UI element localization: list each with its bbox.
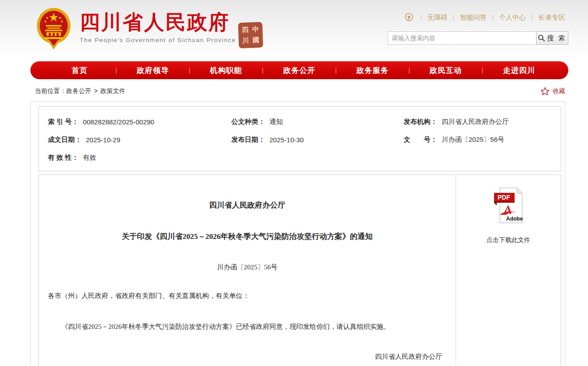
quick-links: | 无障碍 | 智能问答 | 个人中心 | 长者专区 (404, 13, 565, 22)
document-body-panel: 四川省人民政府办公厅 关于印发《四川省2025－2026年秋冬季大气污染防治攻坚… (38, 174, 561, 366)
seal-char: 四 (240, 24, 251, 35)
meta-index-number: 索 引 号： 008282882/2025-00290 (39, 113, 222, 131)
document-number-line: 川办函〔2025〕56号 (48, 263, 447, 272)
adobe-brand-text: Adobe (506, 216, 523, 222)
download-panel: PDF Adobe 点击下载此文件 (456, 175, 561, 366)
breadcrumb-link-disclosure[interactable]: 政务公开 (66, 87, 91, 94)
document-org-line: 四川省人民政府办公厅 (48, 200, 447, 210)
nav-about-sichuan[interactable]: 走进四川 (483, 65, 555, 76)
seal-char: 中 (250, 24, 261, 35)
favorite-button[interactable]: 收藏 (540, 86, 565, 96)
meta-publish-date: 发布日期： 2025-10-30 (222, 131, 395, 149)
meta-written-date: 成文日期： 2025-10-29 (39, 131, 222, 149)
breadcrumb-link-policy-files[interactable]: 政策文件 (100, 87, 125, 94)
meta-document-number: 文 号： 川办函〔2025〕56号 (395, 131, 561, 149)
link-personal-center[interactable]: 个人中心 (499, 13, 526, 22)
seal-char: 川 (240, 35, 251, 47)
meta-issuing-agency: 发布机构： 四川省人民政府办公厅 (395, 113, 561, 131)
nav-government-affairs-disclosure[interactable]: 政务公开 (264, 65, 335, 76)
meta-validity: 有 效 性： 有效 (39, 149, 222, 166)
site-subtitle: The People's Government of Sichuan Provi… (80, 37, 236, 43)
svg-text:PDF: PDF (498, 194, 510, 201)
meta-document-type: 公文种类： 通知 (222, 113, 395, 131)
search-button[interactable]: 搜 索 (536, 31, 568, 45)
site-title: 四川省人民政府 (80, 12, 236, 34)
search-icon (538, 34, 545, 42)
document-text: 四川省人民政府办公厅 关于印发《四川省2025－2026年秋冬季大气污染防治攻坚… (39, 175, 456, 366)
breadcrumb-label: 当前位置： (35, 87, 66, 94)
content-wrapper: 索 引 号： 008282882/2025-00290 公文种类： 通知 发布机… (30, 102, 565, 366)
breadcrumb-row: 当前位置：政务公开>政策文件 收藏 (35, 86, 565, 96)
document-metadata: 索 引 号： 008282882/2025-00290 公文种类： 通知 发布机… (38, 106, 561, 171)
main-nav: 首页 | 政府领导 | 机构职能 | 政务公开 | 政务服务 | 政民互动 | … (30, 61, 568, 79)
national-emblem-icon (36, 7, 72, 50)
nav-government-services[interactable]: 政务服务 (337, 65, 409, 76)
pdf-file-icon[interactable]: PDF Adobe (494, 187, 523, 224)
star-icon (540, 86, 550, 96)
nav-institutional-functions[interactable]: 机构职能 (190, 65, 262, 76)
document-title: 关于印发《四川省2025－2026年秋冬季大气污染防治攻坚行动方案》的通知 (48, 231, 447, 242)
link-senior-zone[interactable]: 长者专区 (538, 13, 565, 22)
document-paragraph: 《四川省2025－2026年秋冬季大气污染防治攻坚行动方案》已经省政府同意，现印… (48, 323, 447, 331)
link-accessibility[interactable]: 无障碍 (427, 13, 447, 22)
search-button-label: 搜 索 (547, 34, 566, 43)
link-smart-qa[interactable]: 智能问答 (460, 13, 487, 22)
seal-char: 國 (251, 35, 261, 46)
favorite-label: 收藏 (553, 87, 565, 95)
breadcrumb: 当前位置：政务公开>政策文件 (35, 87, 125, 95)
document-salutation: 各市（州）人民政府，省政府有关部门、有关直属机构，有关单位： (48, 292, 447, 300)
site-brand[interactable]: 四川省人民政府 The People's Government of Sichu… (36, 7, 236, 50)
search-bar: 搜 索 (388, 31, 568, 45)
china-sichuan-seal: 四 中 川 國 (238, 22, 263, 48)
nav-public-interaction[interactable]: 政民互动 (410, 65, 481, 76)
download-link[interactable]: 点击下载此文件 (486, 236, 530, 244)
document-signature: 四川省人民政府办公厅 (48, 353, 447, 361)
nav-government-leaders[interactable]: 政府领导 (117, 65, 189, 76)
nav-home[interactable]: 首页 (44, 65, 115, 76)
site-header: 四川省人民政府 The People's Government of Sichu… (0, 0, 588, 58)
voice-reader-icon[interactable] (404, 13, 414, 22)
search-input[interactable] (388, 31, 536, 45)
